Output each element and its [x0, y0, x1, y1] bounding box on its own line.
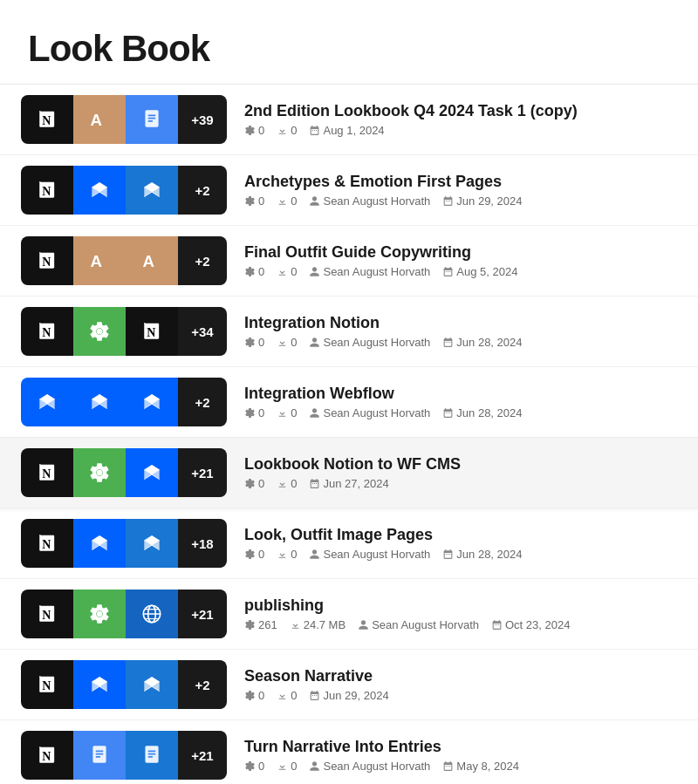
item-info: Integration Notion 0 0 Sean August Horva…: [244, 314, 677, 349]
settings-count: 0: [258, 406, 264, 419]
user-meta: Sean August Horvath: [309, 265, 430, 278]
item-info: Look, Outfit Image Pages 0 0 Sean August…: [244, 526, 677, 561]
icon-cell-gdoc: [126, 95, 178, 144]
date-value: Jun 27, 2024: [323, 477, 388, 490]
item-meta: 0 0 Sean August Horvath Jun 28, 2024: [244, 548, 677, 561]
svg-text:A: A: [91, 111, 102, 129]
downloads-meta: 0: [277, 406, 297, 419]
list-item[interactable]: N N +34 Integration Notion 0 0: [0, 297, 698, 367]
item-info: 2nd Edition Lookbook Q4 2024 Task 1 (cop…: [244, 102, 677, 137]
user-meta: Sean August Horvath: [309, 548, 430, 561]
settings-meta: 0: [244, 760, 264, 773]
downloads-meta: 0: [277, 548, 297, 561]
icon-cell-gdoc: [73, 731, 126, 780]
item-info: Archetypes & Emotion First Pages 0 0 Sea…: [244, 173, 677, 208]
icon-cell-notion: N: [21, 590, 73, 638]
settings-count: 0: [258, 760, 264, 773]
icon-cell-dropbox: [73, 519, 126, 568]
downloads-count: 24.7 MB: [304, 618, 346, 631]
item-meta: 0 0 Jun 29, 2024: [244, 689, 677, 702]
item-meta: 0 0 Sean August Horvath Jun 28, 2024: [244, 406, 677, 419]
downloads-meta: 24.7 MB: [290, 618, 346, 631]
list-item[interactable]: N +21 publishing 261: [0, 579, 698, 650]
svg-rect-64: [96, 753, 104, 755]
icon-strip: N +18: [21, 519, 227, 568]
downloads-meta: 0: [277, 689, 297, 702]
item-title: Look, Outfit Image Pages: [244, 526, 677, 544]
icon-cell-notion: N: [21, 519, 73, 568]
svg-text:A: A: [143, 252, 154, 270]
date-value: Aug 1, 2024: [323, 124, 384, 137]
list-item[interactable]: N +2 Season Narrative 0: [0, 650, 698, 720]
downloads-count: 0: [291, 265, 297, 278]
item-meta: 0 0 Sean August Horvath Aug 5, 2024: [244, 265, 677, 278]
svg-text:N: N: [42, 750, 51, 763]
item-info: publishing 261 24.7 MB Sean August Horva…: [244, 597, 677, 631]
settings-meta: 0: [244, 336, 264, 349]
settings-count: 0: [258, 689, 264, 702]
item-info: Final Outfit Guide Copywriting 0 0 Sean …: [244, 243, 677, 278]
downloads-count: 0: [291, 406, 297, 419]
item-meta: 0 0 Sean August Horvath May 8, 2024: [244, 760, 677, 773]
downloads-meta: 0: [277, 336, 297, 349]
list-item[interactable]: N A +39 2nd Edition Lookbook Q4 2024 Tas…: [0, 85, 698, 155]
downloads-count: 0: [291, 336, 297, 349]
icon-cell-dropbox: [73, 660, 126, 709]
settings-count: 0: [258, 336, 264, 349]
list-item[interactable]: N +21 Turn Narrative Into Entries: [0, 720, 698, 784]
date-value: Jun 28, 2024: [456, 336, 522, 349]
icon-cell-dropbox: [73, 378, 126, 426]
icon-cell-anthropic2: A: [126, 236, 178, 285]
user-meta: Sean August Horvath: [309, 194, 430, 208]
user-meta: Sean August Horvath: [358, 618, 479, 631]
date-meta: Aug 1, 2024: [309, 124, 384, 137]
date-meta: Jun 29, 2024: [442, 194, 522, 208]
count-badge: +21: [178, 590, 227, 638]
count-badge: +34: [178, 307, 227, 356]
settings-meta: 261: [244, 618, 277, 631]
svg-text:N: N: [42, 538, 51, 551]
icon-cell-notion: N: [21, 731, 73, 780]
date-meta: Jun 28, 2024: [442, 336, 522, 349]
svg-text:N: N: [42, 256, 51, 269]
item-title: publishing: [244, 597, 677, 615]
downloads-count: 0: [291, 477, 297, 490]
list-item[interactable]: N +21 Lookbook Notion to WF CMS 0: [0, 438, 698, 508]
item-info: Season Narrative 0 0 Jun 29, 2024: [244, 667, 677, 702]
settings-count: 0: [258, 548, 264, 561]
icon-cell-notion: N: [21, 660, 73, 709]
item-info: Integration Webflow 0 0 Sean August Horv…: [244, 385, 677, 419]
icon-cell-gear: [73, 590, 126, 638]
settings-count: 0: [258, 124, 264, 137]
svg-text:N: N: [42, 609, 51, 622]
icon-strip: N +21: [21, 590, 227, 638]
list-item[interactable]: N A A +2 Final Outfit Guide Copywriting …: [0, 226, 698, 297]
icon-cell-notion: N: [21, 166, 73, 215]
svg-text:N: N: [147, 326, 155, 339]
list-item[interactable]: N +2 Archetypes & Emotion First Pages: [0, 155, 698, 226]
item-title: Integration Notion: [244, 314, 677, 332]
item-title: 2nd Edition Lookbook Q4 2024 Task 1 (cop…: [244, 102, 677, 120]
item-meta: 0 0 Jun 27, 2024: [244, 477, 677, 490]
user-meta: Sean August Horvath: [309, 336, 430, 349]
settings-count: 0: [258, 477, 264, 490]
settings-meta: 0: [244, 548, 264, 561]
date-value: Jun 28, 2024: [456, 548, 522, 561]
list-item[interactable]: N +18 Look, Outfit Image Pages: [0, 508, 698, 579]
count-badge: +2: [178, 236, 227, 285]
count-badge: +2: [178, 660, 227, 709]
item-meta: 0 0 Sean August Horvath Jun 28, 2024: [244, 336, 677, 349]
date-meta: May 8, 2024: [442, 760, 519, 773]
count-badge: +2: [178, 378, 227, 426]
item-title: Season Narrative: [244, 667, 677, 685]
count-badge: +39: [178, 95, 227, 144]
icon-cell-anthropic: A: [73, 95, 126, 144]
downloads-meta: 0: [277, 265, 297, 278]
count-badge: +21: [178, 731, 227, 780]
icon-cell-anthropic: A: [73, 236, 126, 285]
settings-count: 0: [258, 194, 264, 208]
settings-meta: 0: [244, 124, 264, 137]
settings-count: 0: [258, 265, 264, 278]
date-value: May 8, 2024: [456, 760, 519, 773]
list-item[interactable]: +2 Integration Webflow 0 0 Sean August H…: [0, 367, 698, 438]
